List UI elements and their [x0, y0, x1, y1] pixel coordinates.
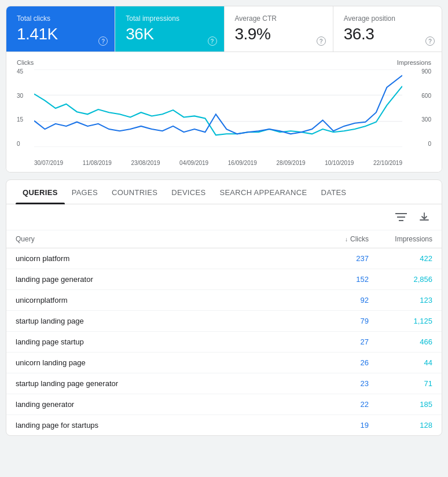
row-impressions: 44 — [369, 358, 432, 367]
tab-countries[interactable]: COUNTRIES — [105, 180, 164, 204]
page-container: Total clicks 1.41K ? Total impressions 3… — [6, 6, 442, 436]
row-query: startup landing page — [16, 317, 311, 325]
average-position-label: Average position — [344, 14, 431, 23]
tab-devices[interactable]: DEVICES — [164, 180, 212, 204]
chart-svg-container — [34, 69, 402, 147]
total-impressions-label: Total impressions — [126, 14, 213, 23]
row-impressions: 422 — [369, 254, 432, 263]
col-impressions-header[interactable]: Impressions — [369, 235, 432, 243]
filter-icon[interactable] — [393, 209, 409, 225]
total-clicks-help-icon[interactable]: ? — [98, 36, 108, 46]
table-row: startup landing page generator 23 71 — [6, 373, 442, 394]
row-query: startup landing page generator — [16, 379, 311, 388]
table-row: startup landing page 79 1,125 — [6, 311, 442, 332]
row-clicks: 26 — [311, 358, 369, 367]
average-position-box: Average position 36.3 ? — [333, 6, 442, 52]
total-impressions-box: Total impressions 36K ? — [115, 6, 224, 52]
total-clicks-box: Total clicks 1.41K ? — [6, 6, 115, 52]
tab-queries[interactable]: QUERIES — [16, 180, 65, 204]
chart-svg — [34, 69, 402, 147]
row-query: unicorn landing page — [16, 358, 311, 367]
chart-right-ticks: 900 600 300 0 — [421, 68, 431, 147]
row-impressions: 466 — [369, 337, 432, 346]
average-ctr-value: 3.9% — [235, 25, 322, 43]
col-clicks-header[interactable]: ↓ Clicks — [311, 235, 369, 243]
total-impressions-value: 36K — [126, 25, 213, 43]
chart-right-label: Impressions — [397, 59, 431, 66]
row-query: landing generator — [16, 400, 311, 409]
row-query: landing page for startups — [16, 421, 311, 430]
row-clicks: 22 — [311, 400, 369, 409]
chart-x-axis: 30/07/2019 11/08/2019 23/08/2019 04/09/2… — [34, 160, 402, 166]
table-row: landing page generator 152 2,856 — [6, 269, 442, 290]
sort-arrow-icon: ↓ — [345, 236, 348, 243]
average-position-value: 36.3 — [344, 25, 431, 43]
row-clicks: 23 — [311, 379, 369, 388]
row-impressions: 71 — [369, 379, 432, 388]
tab-pages[interactable]: PAGES — [65, 180, 105, 204]
average-ctr-help-icon[interactable]: ? — [317, 36, 326, 46]
row-clicks: 152 — [311, 275, 369, 284]
row-clicks: 237 — [311, 254, 369, 263]
row-impressions: 2,856 — [369, 275, 432, 284]
download-icon[interactable] — [416, 209, 432, 225]
tab-search-appearance[interactable]: SEARCH APPEARANCE — [212, 180, 314, 204]
row-impressions: 123 — [369, 296, 432, 304]
tabs-row: QUERIES PAGES COUNTRIES DEVICES SEARCH A… — [6, 180, 442, 204]
chart-left-label: Clicks — [17, 59, 34, 66]
tab-dates[interactable]: DATES — [314, 180, 353, 204]
table-row: landing generator 22 185 — [6, 394, 442, 415]
row-query: landing page startup — [16, 337, 311, 346]
table-row: landing page for startups 19 128 — [6, 415, 442, 435]
row-impressions: 1,125 — [369, 317, 432, 325]
chart-left-ticks: 45 30 15 0 — [17, 68, 23, 147]
table-row: unicorn landing page 26 44 — [6, 353, 442, 373]
table-body: unicorn platform 237 422 landing page ge… — [6, 248, 442, 435]
row-clicks: 79 — [311, 317, 369, 325]
row-clicks: 92 — [311, 296, 369, 304]
row-query: unicorn platform — [16, 254, 311, 263]
table-row: landing page startup 27 466 — [6, 332, 442, 353]
chart-section: Clicks Impressions 45 30 15 0 900 600 30… — [6, 52, 442, 172]
table-header: Query ↓ Clicks Impressions — [6, 230, 442, 248]
row-impressions: 128 — [369, 421, 432, 430]
row-query: landing page generator — [16, 275, 311, 284]
row-clicks: 27 — [311, 337, 369, 346]
row-impressions: 185 — [369, 400, 432, 409]
chart-area: Clicks Impressions 45 30 15 0 900 600 30… — [17, 60, 431, 159]
average-ctr-box: Average CTR 3.9% ? — [225, 6, 333, 52]
stats-row: Total clicks 1.41K ? Total impressions 3… — [6, 6, 442, 52]
total-impressions-help-icon[interactable]: ? — [208, 36, 217, 46]
total-clicks-value: 1.41K — [17, 25, 104, 43]
table-row: unicorn platform 237 422 — [6, 248, 442, 269]
total-clicks-label: Total clicks — [17, 14, 104, 23]
col-query-header: Query — [16, 235, 311, 243]
table-row: unicornplatform 92 123 — [6, 290, 442, 311]
toolbar-row — [6, 204, 442, 230]
table-card: QUERIES PAGES COUNTRIES DEVICES SEARCH A… — [6, 179, 442, 436]
row-query: unicornplatform — [16, 296, 311, 304]
average-ctr-label: Average CTR — [235, 14, 322, 23]
row-clicks: 19 — [311, 421, 369, 430]
average-position-help-icon[interactable]: ? — [425, 36, 435, 46]
stats-card: Total clicks 1.41K ? Total impressions 3… — [6, 6, 442, 173]
